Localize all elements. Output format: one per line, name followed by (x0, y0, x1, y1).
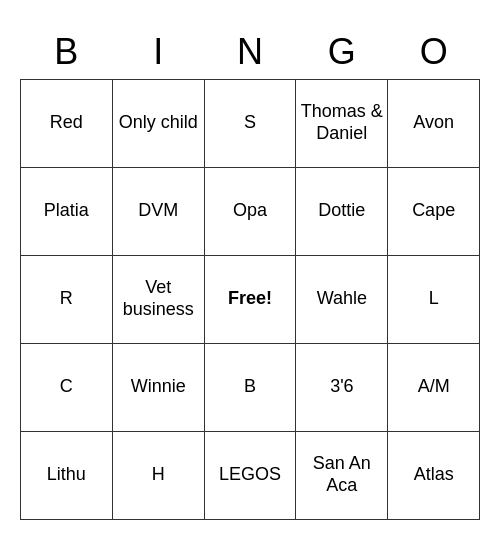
bingo-row-1: PlatiaDVMOpaDottieCape (21, 167, 480, 255)
header-letter-G: G (296, 25, 388, 80)
bingo-cell-2-1: Vet business (112, 255, 204, 343)
bingo-cell-1-0: Platia (21, 167, 113, 255)
bingo-cell-0-0: Red (21, 79, 113, 167)
bingo-cell-2-0: R (21, 255, 113, 343)
bingo-cell-1-2: Opa (204, 167, 296, 255)
bingo-cell-3-0: C (21, 343, 113, 431)
header-letter-O: O (388, 25, 480, 80)
bingo-row-3: CWinnieB3'6A/M (21, 343, 480, 431)
bingo-cell-3-4: A/M (388, 343, 480, 431)
bingo-row-2: RVet businessFree!WahleL (21, 255, 480, 343)
bingo-row-4: LithuHLEGOSSan An AcaAtlas (21, 431, 480, 519)
bingo-cell-3-2: B (204, 343, 296, 431)
bingo-cell-0-1: Only child (112, 79, 204, 167)
bingo-cell-1-3: Dottie (296, 167, 388, 255)
bingo-header: BINGO (21, 25, 480, 80)
header-letter-B: B (21, 25, 113, 80)
bingo-cell-2-3: Wahle (296, 255, 388, 343)
bingo-cell-0-2: S (204, 79, 296, 167)
bingo-cell-4-3: San An Aca (296, 431, 388, 519)
bingo-cell-1-4: Cape (388, 167, 480, 255)
bingo-card: BINGO RedOnly childSThomas & DanielAvonP… (20, 25, 480, 520)
bingo-cell-3-1: Winnie (112, 343, 204, 431)
bingo-cell-2-2: Free! (204, 255, 296, 343)
header-letter-I: I (112, 25, 204, 80)
bingo-cell-3-3: 3'6 (296, 343, 388, 431)
bingo-cell-1-1: DVM (112, 167, 204, 255)
bingo-cell-0-3: Thomas & Daniel (296, 79, 388, 167)
bingo-cell-4-1: H (112, 431, 204, 519)
header-letter-N: N (204, 25, 296, 80)
bingo-row-0: RedOnly childSThomas & DanielAvon (21, 79, 480, 167)
bingo-cell-4-4: Atlas (388, 431, 480, 519)
bingo-cell-4-0: Lithu (21, 431, 113, 519)
bingo-cell-0-4: Avon (388, 79, 480, 167)
bingo-cell-4-2: LEGOS (204, 431, 296, 519)
bingo-cell-2-4: L (388, 255, 480, 343)
